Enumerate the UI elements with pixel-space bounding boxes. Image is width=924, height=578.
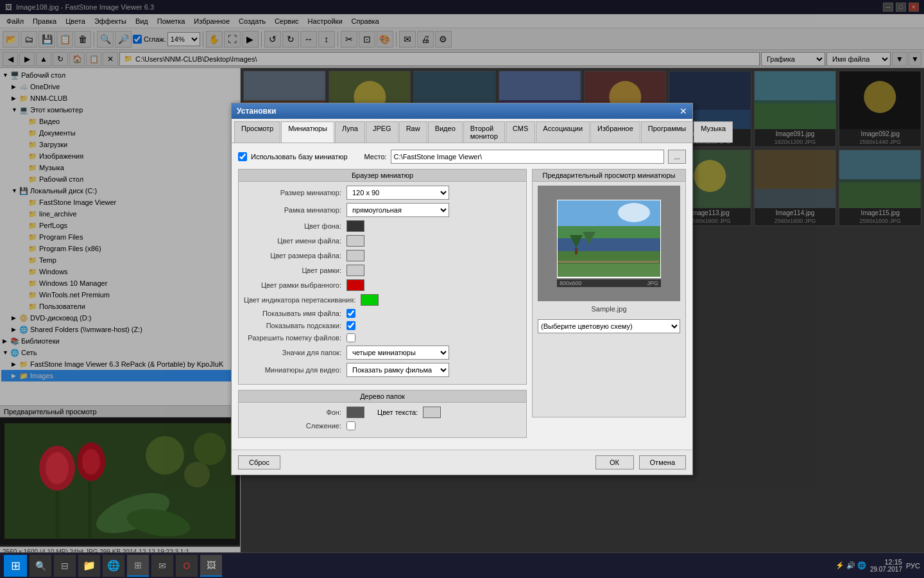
- thumb-size-row: Размер миниатюр: 120 x 90 64 x 48 80 x 6…: [244, 186, 521, 200]
- video-thumbs-row: Миниатюры для видео: Показать рамку филь…: [244, 363, 521, 377]
- explorer-button[interactable]: 📁: [78, 555, 100, 577]
- preview-bg: 800x600 JPG: [538, 186, 680, 301]
- folder-tree-content: Фон: Цвет текста: Слежение:: [239, 403, 526, 437]
- video-thumbs-control: Показать рамку фильма Показать первый ка…: [346, 363, 521, 377]
- filesize-color-row: Цвет размера файла:: [244, 250, 521, 261]
- dialog-tab-просмотр[interactable]: Просмотр: [234, 121, 280, 143]
- color-scheme-select[interactable]: (Выберите цветовую схему): [538, 319, 680, 333]
- tracking-label: Слежение:: [244, 422, 346, 430]
- tracking-control: [346, 421, 521, 430]
- show-tooltips-control: [346, 321, 521, 330]
- filename-color-swatch[interactable]: [346, 235, 364, 247]
- edge-button[interactable]: 🌐: [103, 555, 124, 577]
- dialog-ok-cancel: ОК Отмена: [595, 455, 686, 469]
- opera-button[interactable]: O: [176, 555, 198, 577]
- windows-button[interactable]: ⊞: [127, 555, 149, 577]
- frame-type-select[interactable]: прямоугольная скругленная тень: [346, 203, 449, 217]
- db-path-input[interactable]: [391, 150, 664, 164]
- frame-color-swatch[interactable]: [346, 265, 364, 276]
- task-view-button[interactable]: ⊟: [54, 555, 76, 577]
- allow-marking-checkbox[interactable]: [346, 333, 355, 342]
- thumb-size-control: 120 x 90 64 x 48 80 x 60 160 x 120: [346, 186, 521, 200]
- frame-type-label: Рамка миниатюр:: [244, 206, 346, 214]
- dialog-tab-музыка[interactable]: Музыка: [694, 121, 733, 143]
- mail-button[interactable]: ✉: [151, 555, 173, 577]
- dialog-tab-jpeg[interactable]: JPEG: [366, 121, 398, 143]
- db-browse-button[interactable]: ...: [668, 150, 686, 164]
- dialog-close-button[interactable]: ✕: [680, 106, 687, 116]
- thumbnail-browser-section: Браузер миниатюр Размер миниатюр: 120 x …: [238, 169, 527, 385]
- tree-text-color-swatch[interactable]: [423, 407, 441, 418]
- preview-thumb-container: 800x600 JPG: [557, 200, 661, 287]
- clock-area: 12:15 29.07.2017: [870, 558, 902, 573]
- video-thumbs-select[interactable]: Показать рамку фильма Показать первый ка…: [346, 363, 449, 377]
- show-filename-label: Показывать имя файла:: [244, 310, 346, 317]
- show-tooltips-row: Показывать подсказки:: [244, 321, 521, 330]
- search-button[interactable]: 🔍: [30, 555, 51, 577]
- frame-type-row: Рамка миниатюр: прямоугольная скругленна…: [244, 203, 521, 217]
- preview-section: Предварительный просмотр миниатюры: [532, 169, 686, 417]
- dialog-tab-миниатюры[interactable]: Миниатюры: [281, 121, 334, 143]
- use-thumbnail-db-label: Использовать базу миниатюр: [251, 153, 348, 161]
- folder-icons-control: четыре миниатюры одна миниатюра стандарт…: [346, 346, 521, 360]
- frame-color-control: [346, 265, 521, 276]
- dialog-main-content: Браузер миниатюр Размер миниатюр: 120 x …: [238, 169, 686, 443]
- selected-frame-color-row: Цвет рамки выбранного:: [244, 279, 521, 291]
- location-label: Место:: [364, 153, 387, 161]
- dialog-tab-лупа[interactable]: Лупа: [335, 121, 365, 143]
- bg-color-control: [346, 220, 521, 232]
- svg-rect-59: [558, 264, 660, 277]
- bg-color-label: Цвет фона:: [244, 222, 346, 230]
- allow-marking-row: Разрешить пометку файлов:: [244, 333, 521, 342]
- frame-color-row: Цвет рамки:: [244, 265, 521, 276]
- clock-time: 12:15: [870, 558, 902, 566]
- selected-frame-color-label: Цвет рамки выбранного:: [244, 281, 346, 289]
- dialog-title-text: Установки: [237, 107, 276, 116]
- dialog-tab-избранное[interactable]: Избранное: [590, 121, 640, 143]
- thumb-size-select[interactable]: 120 x 90 64 x 48 80 x 60 160 x 120: [346, 186, 449, 200]
- faststone-taskbar-button[interactable]: 🖼: [200, 555, 222, 577]
- dialog-tab-ассоциации[interactable]: Ассоциации: [536, 121, 590, 143]
- dialog-tab-cms[interactable]: CMS: [506, 121, 535, 143]
- dialog-tab-второй монитор[interactable]: Второй монитор: [463, 121, 505, 143]
- filesize-color-label: Цвет размера файла:: [244, 252, 346, 259]
- dialog-tabs: ПросмотрМиниатюрыЛупаJPEGRawВидеоВторой …: [232, 119, 692, 143]
- tree-text-color-label: Цвет текста:: [377, 408, 418, 416]
- filesize-color-swatch[interactable]: [346, 250, 364, 261]
- drag-color-swatch[interactable]: [361, 294, 379, 306]
- tree-bg-swatch[interactable]: [346, 407, 364, 418]
- dialog-tab-видео[interactable]: Видео: [428, 121, 463, 143]
- show-filename-checkbox[interactable]: [346, 309, 355, 318]
- start-button[interactable]: ⊞: [4, 555, 27, 577]
- dialog-overlay: Установки ✕ ПросмотрМиниатюрыЛупаJPEGRaw…: [0, 0, 924, 578]
- dialog-body: Использовать базу миниатюр Место: ... Бр…: [232, 143, 692, 450]
- thumbnail-browser-content: Размер миниатюр: 120 x 90 64 x 48 80 x 6…: [239, 182, 526, 384]
- bg-color-swatch[interactable]: [346, 220, 364, 232]
- video-thumbs-label: Миниатюры для видео:: [244, 366, 346, 374]
- folder-tree-title: Дерево папок: [239, 390, 526, 403]
- frame-type-control: прямоугольная скругленная тень: [346, 203, 521, 217]
- tracking-checkbox[interactable]: [346, 421, 355, 430]
- language-indicator: РУС: [906, 562, 920, 570]
- folder-icons-row: Значки для папок: четыре миниатюры одна …: [244, 346, 521, 360]
- dialog-tab-raw[interactable]: Raw: [399, 121, 427, 143]
- preview-thumb-svg: [557, 200, 661, 278]
- filename-color-row: Цвет имени файла:: [244, 235, 521, 247]
- filesize-color-control: [346, 250, 521, 261]
- preview-section-title: Предварительный просмотр миниатюры: [533, 170, 685, 182]
- folder-icons-select[interactable]: четыре миниатюры одна миниатюра стандарт…: [346, 346, 449, 360]
- clock-date: 29.07.2017: [870, 566, 902, 573]
- reset-button[interactable]: Сброс: [238, 455, 280, 469]
- dialog-tab-программы[interactable]: Программы: [641, 121, 693, 143]
- selected-frame-color-swatch[interactable]: [346, 279, 364, 291]
- use-thumbnail-db-checkbox[interactable]: [238, 152, 247, 161]
- cancel-button[interactable]: Отмена: [639, 455, 686, 469]
- frame-color-label: Цвет рамки:: [244, 267, 346, 274]
- selected-frame-color-control: [346, 279, 521, 291]
- taskbar: ⊞ 🔍 ⊟ 📁 🌐 ⊞ ✉ O 🖼 ⚡ 🔊 🌐 12:15 29.07.2017…: [0, 552, 924, 578]
- preview-thumb-info: 800x600 JPG: [557, 279, 661, 287]
- show-tooltips-checkbox[interactable]: [346, 321, 355, 330]
- allow-marking-control: [346, 333, 521, 342]
- ok-button[interactable]: ОК: [595, 455, 634, 469]
- svg-rect-62: [575, 248, 578, 254]
